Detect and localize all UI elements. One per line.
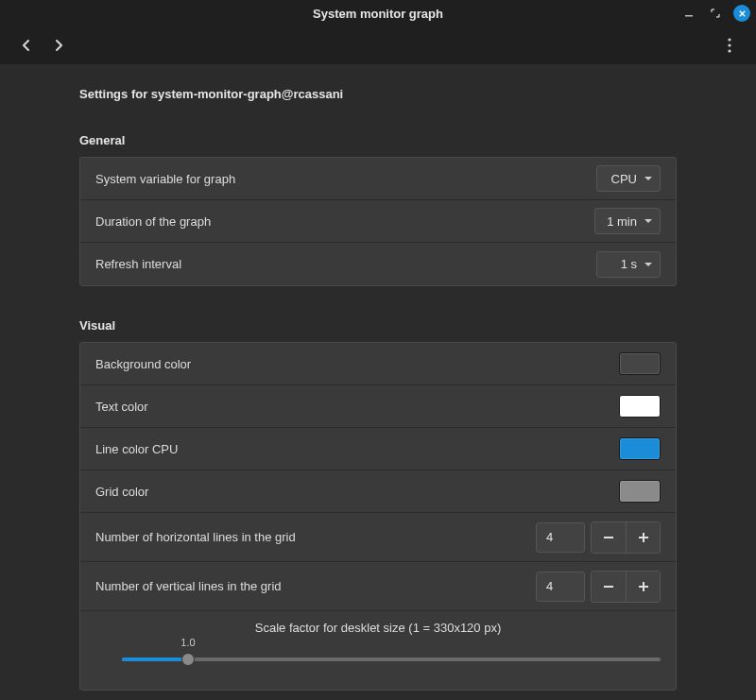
- line-color-swatch[interactable]: [619, 437, 661, 460]
- row-hlines: Number of horizontal lines in the grid 4: [80, 513, 676, 562]
- row-label: Grid color: [95, 485, 619, 499]
- row-text-color: Text color: [80, 385, 676, 428]
- chevron-down-icon: [644, 177, 652, 180]
- content: Settings for system-monitor-graph@rcassa…: [0, 87, 756, 700]
- row-bg-color: Background color: [80, 343, 676, 385]
- svg-rect-9: [643, 582, 644, 591]
- toolbar: [0, 26, 756, 64]
- duration-dropdown[interactable]: 1 min: [594, 208, 661, 234]
- vlines-value[interactable]: 4: [536, 572, 585, 602]
- dropdown-value: 1 s: [621, 257, 637, 271]
- window-title: System monitor graph: [313, 7, 443, 21]
- window-controls: [680, 5, 750, 22]
- row-refresh: Refresh interval 1 s: [80, 243, 676, 285]
- hlines-increment[interactable]: [626, 522, 660, 553]
- grid-color-swatch[interactable]: [619, 480, 661, 503]
- hlines-decrement[interactable]: [592, 522, 626, 553]
- slider-track: [122, 657, 661, 661]
- slider-fill: [122, 657, 188, 661]
- svg-rect-6: [643, 533, 644, 542]
- titlebar: System monitor graph: [0, 0, 756, 26]
- row-label: Background color: [95, 357, 619, 371]
- section-general-title: General: [79, 133, 677, 147]
- visual-panel: Background color Text color Line color C…: [79, 342, 677, 691]
- text-color-swatch[interactable]: [619, 395, 661, 418]
- row-label: Refresh interval: [95, 257, 596, 271]
- general-panel: System variable for graph CPU Duration o…: [79, 157, 677, 286]
- row-label: Duration of the graph: [95, 214, 594, 229]
- row-line-color: Line color CPU: [80, 428, 676, 470]
- slider-thumb[interactable]: [181, 653, 195, 666]
- vlines-decrement[interactable]: [592, 572, 626, 602]
- scale-slider[interactable]: 1.0: [95, 652, 661, 667]
- system-variable-dropdown[interactable]: CPU: [596, 165, 661, 192]
- slider-tick-label: 1.0: [180, 637, 195, 648]
- back-button[interactable]: [13, 32, 40, 59]
- scale-caption: Scale factor for desklet size (1 = 330x1…: [95, 621, 661, 635]
- row-system-variable: System variable for graph CPU: [80, 158, 676, 200]
- svg-rect-7: [604, 586, 613, 588]
- svg-point-3: [728, 49, 730, 52]
- hlines-spinner: 4: [536, 521, 661, 554]
- refresh-dropdown[interactable]: 1 s: [596, 251, 661, 278]
- page-title: Settings for system-monitor-graph@rcassa…: [79, 87, 677, 101]
- close-icon[interactable]: [733, 5, 750, 22]
- svg-point-2: [728, 43, 730, 46]
- svg-rect-0: [685, 15, 693, 17]
- chevron-down-icon: [644, 263, 652, 266]
- vlines-increment[interactable]: [626, 572, 660, 602]
- bg-color-swatch[interactable]: [619, 352, 661, 375]
- row-label: System variable for graph: [95, 172, 596, 186]
- maximize-icon[interactable]: [707, 5, 724, 22]
- row-label: Text color: [95, 400, 619, 414]
- dropdown-value: CPU: [611, 172, 637, 186]
- row-duration: Duration of the graph 1 min: [80, 200, 676, 243]
- vlines-spinner: 4: [536, 571, 661, 603]
- forward-button[interactable]: [45, 32, 72, 59]
- row-label: Line color CPU: [95, 442, 619, 456]
- svg-rect-4: [604, 537, 613, 538]
- hlines-value[interactable]: 4: [536, 522, 585, 553]
- row-grid-color: Grid color: [80, 470, 676, 513]
- chevron-down-icon: [644, 219, 652, 223]
- minimize-icon[interactable]: [680, 5, 697, 22]
- section-visual-title: Visual: [79, 318, 677, 333]
- row-vlines: Number of vertical lines in the grid 4: [80, 562, 676, 611]
- dropdown-value: 1 min: [607, 214, 637, 229]
- kebab-menu-icon[interactable]: [716, 32, 743, 59]
- row-label: Number of horizontal lines in the grid: [95, 530, 536, 544]
- row-scale: Scale factor for desklet size (1 = 330x1…: [80, 611, 676, 690]
- row-label: Number of vertical lines in the grid: [95, 579, 536, 593]
- svg-point-1: [728, 38, 730, 41]
